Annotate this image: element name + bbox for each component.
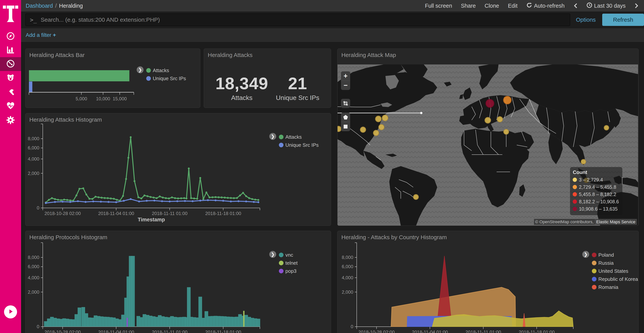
legend-item-telnet[interactable]: telnet [279,259,298,267]
svg-text:6,000: 6,000 [28,264,39,269]
query-bar: >_ Options Refresh [21,12,644,28]
breadcrumb-dashboard-link[interactable]: Dashboard [26,3,53,9]
panel-attacks-histogram: Heralding Attacks Histogram 02,0004,0006… [25,113,331,226]
svg-text:6,000: 6,000 [28,145,39,150]
ems-attribution[interactable]: Elastic Maps Service [595,219,637,225]
legend-label: Unique Src IPs [153,76,186,82]
sidebar-item-dashboard[interactable] [0,57,21,71]
legend-label: telnet [286,260,298,266]
svg-text:5,000: 5,000 [76,96,87,101]
draw-polygon-button[interactable] [341,113,350,122]
attack-map-marker[interactable] [497,116,503,122]
range-label: 10,908.6 – 13,635 [579,206,618,212]
wrench-icon [6,87,15,97]
legend-label: Poland [598,252,614,258]
svg-text:2018-10-28 02:00: 2018-10-28 02:00 [44,329,81,333]
range-dot [573,199,577,204]
toolbar-menu: Full screen Share Clone Edit Auto-refres… [425,2,644,10]
options-link[interactable]: Options [576,17,596,23]
legend-dot [592,269,596,273]
legend-item-attacks[interactable]: Attacks [279,133,318,141]
legend-item-republic-of-korea[interactable]: Republic of Korea [592,275,638,283]
panel-attacks-bar: Heralding Attacks Bar 5,00010,00015,000 … [25,49,200,108]
metric-attacks: 18,349 Attacks [216,74,268,102]
sidebar-collapse-button[interactable] [4,305,17,318]
clone-button[interactable]: Clone [484,3,499,9]
svg-text:15,000: 15,000 [113,96,127,101]
attack-map-marker[interactable] [375,116,382,122]
attack-map-marker[interactable] [486,99,494,108]
add-filter-link[interactable]: Add a filter+ [26,32,56,38]
legend-toggle-button[interactable]: ❯ [269,251,276,258]
sidebar-item-management[interactable] [0,114,21,127]
legend-toggle-button[interactable]: ❯ [582,251,589,258]
sidebar-item-bear[interactable] [0,71,21,85]
telekom-logo[interactable] [0,2,21,27]
world-map[interactable]: + − [338,65,638,226]
bar-chart-icon [6,46,15,55]
time-back-button[interactable] [574,3,578,9]
svg-text:2,000: 2,000 [28,171,39,176]
breadcrumb-page-title: Heralding [59,3,83,9]
full-screen-button[interactable]: Full screen [425,3,452,9]
legend-item-poland[interactable]: Poland [592,251,638,259]
panel-title: Heralding - Attacks by Country Histogram [341,234,447,240]
gauge-icon [6,59,15,69]
legend-dot [592,285,596,289]
svg-text:2018-11-18 01:00: 2018-11-18 01:00 [205,329,241,333]
compass-icon [6,32,15,41]
svg-text:2018-11-18 01:00: 2018-11-18 01:00 [519,329,555,333]
svg-text:2018-11-11 01:00: 2018-11-11 01:00 [466,329,501,333]
range-dot [573,192,577,196]
fit-bounds-button[interactable] [341,99,350,108]
breadcrumb: Dashboard/Heralding [21,3,83,9]
draw-rectangle-button[interactable] [341,122,350,131]
legend-item-russia[interactable]: Russia [592,259,638,267]
refresh-button[interactable]: Refresh [602,14,644,26]
plus-icon: + [53,32,56,38]
legend-item-unique-src-ips[interactable]: Unique Src IPs [279,141,318,149]
legend-item-united-states[interactable]: United States [592,267,638,275]
attack-map-marker[interactable] [503,129,509,135]
search-input[interactable] [40,16,570,23]
edit-button[interactable]: Edit [508,3,518,9]
legend-dot [592,253,596,257]
legend-toggle-button[interactable]: ❯ [137,66,144,73]
attack-map-marker[interactable] [581,159,586,164]
svg-text:4,000: 4,000 [28,156,39,162]
zoom-in-button[interactable]: + [341,71,350,81]
filter-bar: Add a filter+ [21,28,644,42]
zoom-out-button[interactable]: − [341,81,350,90]
time-range-button[interactable]: Last 30 days [586,2,626,10]
legend-toggle-button[interactable]: ❯ [269,133,276,140]
legend-dot [279,253,284,257]
attack-map-marker[interactable] [378,124,384,130]
legend-label: Romania [598,284,618,290]
legend-item-pop3[interactable]: pop3 [279,267,298,275]
svg-text:0: 0 [351,324,353,329]
legend-item-vnc[interactable]: vnc [279,251,298,259]
map-legend-range: 3 – 2,729.4 [573,176,619,183]
attack-map-marker[interactable] [373,130,379,136]
panel-title: Heralding Attacks Bar [29,52,84,58]
protocols-histogram-chart[interactable]: 02,0004,0006,0008,0002018-10-28 02:00201… [26,231,331,333]
svg-text:2018-10-28 02:00: 2018-10-28 02:00 [358,329,395,333]
svg-text:2018-11-04 01:00: 2018-11-04 01:00 [98,329,134,333]
attack-map-marker[interactable] [382,115,388,121]
sidebar-item-monitoring[interactable] [0,99,21,113]
svg-text:2018-11-18 01:00: 2018-11-18 01:00 [205,211,241,216]
sidebar-item-dev-tools[interactable] [0,85,21,99]
panel-title: Heralding Attacks [208,52,252,58]
auto-refresh-button[interactable]: Auto-refresh [526,2,565,10]
range-label: 5,455.8 – 8,182.2 [579,192,616,197]
time-forward-button[interactable] [634,3,639,9]
share-button[interactable]: Share [461,3,476,9]
sidebar-item-visualize[interactable] [0,43,21,57]
legend-item-unique-src-ips[interactable]: Unique Src IPs [146,74,186,83]
osm-attribution[interactable]: © OpenStreetMap contributors, [534,219,595,225]
attacks-histogram-chart[interactable]: 02,0004,0006,0008,0002018-10-28 02:00201… [26,113,331,226]
sidebar-item-discover[interactable] [0,30,21,43]
legend-item-attacks[interactable]: Attacks [146,66,186,74]
legend-item-romania[interactable]: Romania [592,283,638,291]
play-icon [8,309,14,315]
